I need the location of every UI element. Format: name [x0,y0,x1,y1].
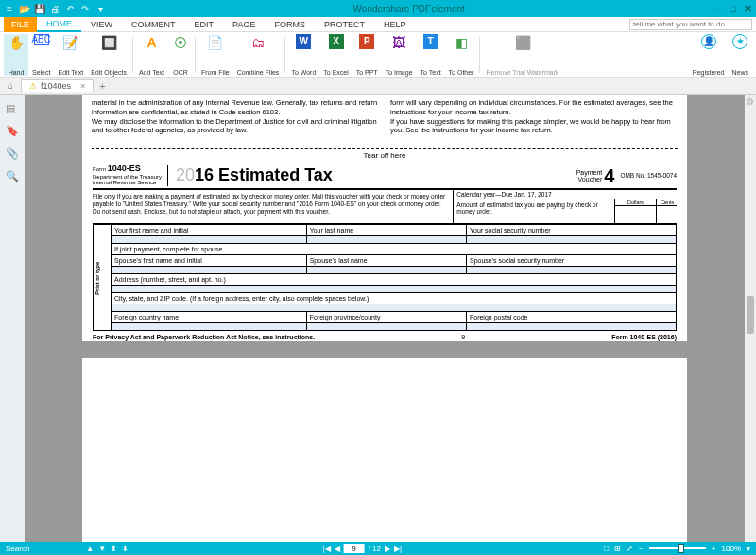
ppt-icon: P [359,34,374,49]
close-button[interactable]: ✕ [744,3,752,15]
form-header: Form 1040-ES Department of the Treasury … [93,165,677,190]
scrollbar-thumb[interactable] [747,296,754,334]
menu-protect[interactable]: PROTECT [315,17,374,32]
body-text-left: material in the administration of any In… [92,98,379,135]
statusbar: Search ▲ ▼ ⬆ ⬇ |◀ ◀ / 12 ▶ ▶| □ ⊞ ⤢ − + … [0,542,756,555]
maximize-button[interactable]: □ [730,3,736,15]
save-icon[interactable]: 💾 [34,3,45,14]
quick-access: ≡ 📂 💾 🖨 ↶ ↷ ▾ [4,3,106,14]
tool-edit-text[interactable]: 📝Edit Text [54,34,87,76]
open-icon[interactable]: 📂 [19,3,30,14]
menu-page[interactable]: PAGE [223,17,265,32]
last-page-button[interactable]: ▶| [394,545,402,553]
vertical-scrollbar[interactable] [745,95,756,542]
from-file-icon: 📄 [207,34,224,51]
page-navigator: |◀ ◀ / 12 ▶ ▶| [323,544,403,553]
view-facing-icon[interactable]: ⊞ [614,545,621,553]
tool-to-other[interactable]: ◧To Other [445,34,478,76]
tabbar: ⌂ ⚠ f1040es × + [0,78,756,95]
quick-dropdown-icon[interactable]: ▾ [94,3,106,14]
tool-remove-watermark[interactable]: ⬛Remove Trial Watermark [482,34,562,76]
menu-icon[interactable]: ≡ [4,3,15,14]
zoom-menu-icon[interactable]: ▾ [747,545,750,553]
bookmarks-icon[interactable]: 🔖 [6,125,19,138]
nav-top-icon[interactable]: ⬆ [111,545,117,553]
titlebar: ≡ 📂 💾 🖨 ↶ ↷ ▾ Wondershare PDFelement — □… [0,0,756,17]
tab-add-button[interactable]: + [99,80,105,92]
watermark-icon: ⬛ [514,34,531,51]
menu-forms[interactable]: FORMS [265,17,315,32]
tool-ocr[interactable]: ⦿OCR [168,34,193,76]
file-menu[interactable]: FILE [4,17,37,32]
voucher-instructions: File only if you are making a payment of… [93,190,454,223]
zoom-slider[interactable] [649,547,706,549]
amount-label: Amount of estimated tax you are paying b… [454,199,614,223]
status-search[interactable]: Search [6,545,29,553]
news-button[interactable]: ★News [728,34,752,76]
first-page-button[interactable]: |◀ [323,545,331,553]
hand-icon: ✋ [8,34,25,51]
menu-home[interactable]: HOME [37,17,81,32]
select-icon: ABC [34,34,49,45]
voucher-table: Print or type Your first name and initia… [93,224,677,331]
document-tab-label: f1040es [41,81,71,91]
page-number: -9- [459,334,468,340]
image-icon: 🖼 [390,34,407,51]
warning-icon: ⚠ [29,81,37,91]
menu-comment[interactable]: COMMENT [122,17,185,32]
view-single-icon[interactable]: □ [604,545,609,553]
text-icon: T [423,34,438,49]
zoom-value: 100% [722,545,741,553]
nav-down-icon[interactable]: ▼ [98,545,106,553]
tool-select[interactable]: ABCSelect [28,34,54,76]
left-sidebar: ▤ 🔖 📎 🔍 [0,95,25,542]
registered-button[interactable]: 👤Registered [689,34,729,76]
menu-edit[interactable]: EDIT [185,17,224,32]
menubar: FILE HOME VIEW COMMENT EDIT PAGE FORMS P… [0,17,756,32]
undo-icon[interactable]: ↶ [64,3,76,14]
tool-to-excel[interactable]: XTo Excel [319,34,352,76]
prev-page-button[interactable]: ◀ [335,545,340,553]
privacy-notice: For Privacy Act and Paperwork Reduction … [93,334,315,340]
tool-to-ppt[interactable]: PTo PPT [352,34,382,76]
nav-up-icon[interactable]: ▲ [86,545,94,553]
document-tab[interactable]: ⚠ f1040es × [21,79,94,92]
tool-from-file[interactable]: 📄From File [198,34,233,76]
next-page-button[interactable]: ▶ [385,545,390,553]
tool-edit-objects[interactable]: 🔲Edit Objects [87,34,130,76]
form-id: Form 1040-ES (2016) [611,334,677,340]
print-icon[interactable]: 🖨 [49,3,60,14]
tool-to-text[interactable]: TTo Text [417,34,445,76]
window-controls: — □ ✕ [712,3,752,15]
word-icon: W [296,34,311,49]
zoom-in-button[interactable]: + [712,545,716,553]
tool-add-text[interactable]: AAdd Text [135,34,168,76]
view-fit-icon[interactable]: ⤢ [627,545,633,553]
page-input[interactable] [344,544,365,553]
tool-combine-files[interactable]: 🗂Combine Files [233,34,284,76]
excel-icon: X [329,34,344,49]
combine-icon: 🗂 [249,34,266,51]
tool-to-image[interactable]: 🖼To Image [382,34,417,76]
gear-icon[interactable]: ⚙ [746,96,754,107]
app-title: Wondershare PDFelement [106,4,712,14]
redo-icon[interactable]: ↷ [79,3,91,14]
search-panel-icon[interactable]: 🔍 [6,170,19,183]
star-icon: ★ [732,34,747,49]
attachments-icon[interactable]: 📎 [6,147,19,161]
ribbon: ✋Hand ABCSelect 📝Edit Text 🔲Edit Objects… [0,32,756,78]
ocr-icon: ⦿ [172,34,189,51]
tool-to-word[interactable]: WTo Word [287,34,319,76]
tell-me-search[interactable] [629,19,752,30]
tab-home-icon[interactable]: ⌂ [4,79,17,93]
thumbnails-icon[interactable]: ▤ [6,102,19,115]
minimize-button[interactable]: — [712,3,722,15]
menu-help[interactable]: HELP [374,17,416,32]
document-viewport[interactable]: material in the administration of any In… [25,95,745,542]
zoom-out-button[interactable]: − [639,545,644,553]
tab-close-icon[interactable]: × [80,81,85,91]
nav-bottom-icon[interactable]: ⬇ [122,545,129,553]
tool-hand[interactable]: ✋Hand [4,34,28,76]
add-text-icon: A [144,34,161,51]
menu-view[interactable]: VIEW [81,17,122,32]
